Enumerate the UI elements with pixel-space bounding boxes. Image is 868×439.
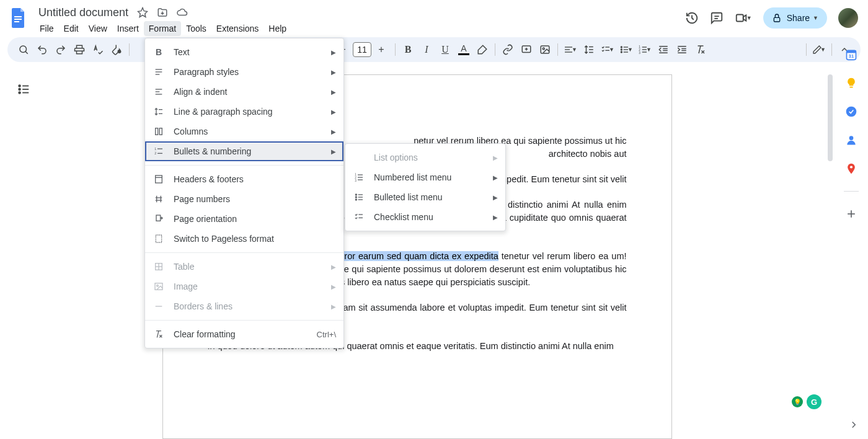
menu-file[interactable]: File: [35, 21, 59, 36]
menu-help[interactable]: Help: [264, 21, 291, 36]
svg-rect-79: [156, 215, 161, 221]
svg-point-85: [157, 285, 159, 286]
menu-format[interactable]: Format: [144, 21, 181, 36]
format-columns[interactable]: Columns▶: [145, 122, 343, 141]
format-borders-lines: Borders & lines▶: [145, 296, 343, 316]
vertical-scrollbar[interactable]: [826, 69, 834, 193]
svg-rect-73: [156, 175, 162, 183]
add-comment-icon[interactable]: [518, 41, 535, 58]
tasks-icon[interactable]: [845, 105, 857, 118]
format-pageless[interactable]: Switch to Pageless format: [145, 229, 343, 249]
submenu-list-options: List options▶: [345, 148, 505, 167]
search-icon[interactable]: [15, 41, 32, 58]
print-icon[interactable]: [71, 41, 88, 58]
svg-point-54: [846, 107, 857, 117]
grammarly-widget[interactable]: 💡 G: [792, 394, 822, 409]
pen-icon[interactable]: ▼: [810, 41, 828, 58]
format-headers-footers[interactable]: Headers & footers: [145, 169, 343, 189]
svg-point-95: [355, 194, 356, 195]
svg-rect-68: [159, 128, 162, 135]
text-color-icon[interactable]: A: [455, 41, 472, 58]
history-icon[interactable]: [685, 11, 699, 25]
bulleted-list-icon[interactable]: ▼: [618, 41, 635, 58]
format-page-numbers[interactable]: Page numbers: [145, 189, 343, 209]
menu-insert[interactable]: Insert: [112, 21, 144, 36]
svg-point-56: [850, 166, 852, 168]
align-icon[interactable]: ▼: [562, 41, 579, 58]
image-icon: [153, 282, 165, 291]
highlight-icon[interactable]: [474, 41, 491, 58]
underline-icon[interactable]: U: [436, 41, 454, 58]
pagenum-icon: [153, 194, 165, 204]
line-spacing-icon[interactable]: [580, 41, 598, 58]
undo-icon[interactable]: [33, 41, 51, 58]
menu-view[interactable]: View: [84, 21, 112, 36]
italic-icon[interactable]: I: [418, 41, 435, 58]
svg-rect-2: [14, 21, 19, 22]
bullets-icon: 12: [153, 146, 165, 156]
move-icon[interactable]: [157, 7, 168, 18]
headers-icon: [153, 174, 165, 184]
docs-logo[interactable]: [7, 6, 30, 29]
format-bullets-numbering[interactable]: 12Bullets & numbering▶: [145, 141, 343, 161]
format-text[interactable]: BText▶: [145, 42, 343, 62]
svg-rect-6: [774, 17, 779, 22]
svg-point-55: [849, 136, 854, 140]
grammarly-icon: G: [807, 394, 822, 409]
font-size-plus[interactable]: +: [373, 41, 390, 58]
spellcheck-icon[interactable]: [89, 41, 107, 58]
svg-rect-80: [156, 235, 161, 242]
bulleted-list-icon: [353, 192, 365, 202]
add-addon-icon[interactable]: [845, 208, 857, 220]
format-paragraph-styles[interactable]: Paragraph styles▶: [145, 62, 343, 82]
avatar[interactable]: [838, 8, 858, 28]
share-label: Share: [787, 13, 810, 23]
svg-text:31: 31: [849, 53, 854, 59]
format-align-indent[interactable]: Align & indent▶: [145, 82, 343, 102]
svg-point-97: [355, 199, 356, 200]
submenu-checklist[interactable]: Checklist menu▶: [345, 207, 505, 227]
increase-indent-icon[interactable]: [673, 41, 691, 58]
maps-icon[interactable]: [845, 162, 857, 175]
calendar-icon[interactable]: 31: [845, 48, 857, 61]
menu-edit[interactable]: Edit: [59, 21, 84, 36]
menu-tools[interactable]: Tools: [181, 21, 211, 36]
svg-rect-67: [156, 128, 158, 135]
keep-icon[interactable]: [845, 77, 857, 89]
share-caret-icon[interactable]: ▼: [813, 15, 818, 21]
share-button[interactable]: Share ▼: [763, 7, 827, 29]
redo-icon[interactable]: [52, 41, 69, 58]
insert-image-icon[interactable]: [536, 41, 554, 58]
format-page-orientation[interactable]: Page orientation: [145, 209, 343, 229]
font-size-input[interactable]: 11: [353, 42, 371, 57]
contacts-icon[interactable]: [845, 134, 857, 146]
numbered-list-icon: 123: [353, 172, 365, 182]
format-clear-formatting[interactable]: Clear formattingCtrl+\: [145, 324, 343, 344]
star-icon[interactable]: [137, 7, 148, 18]
checklist-icon[interactable]: ▼: [599, 41, 616, 58]
svg-point-24: [621, 49, 622, 50]
decrease-indent-icon[interactable]: [655, 41, 672, 58]
side-collapse-icon[interactable]: [848, 419, 859, 430]
bold-icon[interactable]: B: [399, 41, 417, 58]
table-icon: [153, 262, 165, 272]
cloud-icon[interactable]: [177, 7, 188, 18]
meet-icon[interactable]: ▼: [735, 11, 752, 25]
submenu-bulleted-list[interactable]: Bulleted list menu▶: [345, 187, 505, 207]
submenu-numbered-list[interactable]: 123Numbered list menu▶: [345, 167, 505, 187]
document-title[interactable]: Untitled document: [35, 6, 132, 20]
format-table: Table▶: [145, 257, 343, 277]
svg-rect-1: [14, 19, 22, 20]
format-line-spacing[interactable]: Line & paragraph spacing▶: [145, 102, 343, 122]
comment-icon[interactable]: [710, 11, 724, 25]
bullets-numbering-submenu: List options▶ 123Numbered list menu▶ Bul…: [345, 143, 506, 231]
link-icon[interactable]: [499, 41, 516, 58]
paragraph-icon: [153, 67, 165, 77]
menu-extensions[interactable]: Extensions: [211, 21, 264, 36]
numbered-list-icon[interactable]: 123▼: [636, 41, 653, 58]
clear-format-icon[interactable]: [692, 41, 709, 58]
checklist-icon: [353, 212, 365, 222]
side-panel: 31: [835, 40, 868, 439]
paint-format-icon[interactable]: [108, 41, 125, 58]
format-image: Image▶: [145, 277, 343, 296]
